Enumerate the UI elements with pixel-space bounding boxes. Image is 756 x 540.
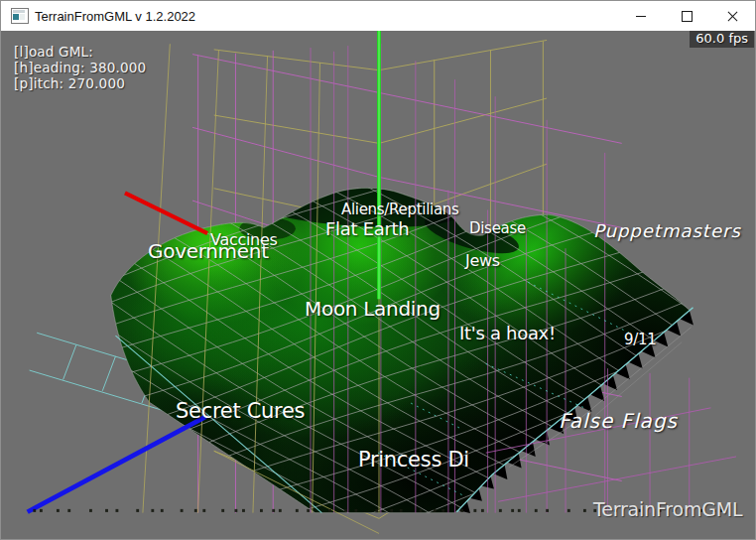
maximize-button[interactable] [664,1,709,31]
app-icon-detail [13,10,25,13]
fps-counter: 60.0 fps [690,31,754,48]
hud-heading-line: [h]eading: 380.000 [14,60,146,75]
window-titlebar[interactable]: TerrainFromGML v 1.2.2022 [1,1,755,31]
minimize-button[interactable] [618,1,664,31]
app-icon-detail [13,14,19,20]
viewport-3d[interactable]: [l]oad GML: [h]eading: 380.000 [p]itch: … [1,31,756,540]
window-controls [618,1,755,31]
hud-load-line: [l]oad GML: [14,44,146,60]
watermark: TerrainFromGML [593,498,742,520]
close-icon [726,10,739,23]
minimize-icon [636,16,646,17]
app-icon-detail [20,14,25,20]
window-title: TerrainFromGML v 1.2.2022 [35,9,195,24]
terrain-scene [1,31,756,540]
hud-pitch-line: [p]itch: 270.000 [14,75,146,91]
app-window: TerrainFromGML v 1.2.2022 [0,0,756,540]
hud-overlay: [l]oad GML: [h]eading: 380.000 [p]itch: … [14,44,146,91]
maximize-icon [682,11,693,22]
app-icon[interactable] [11,8,29,24]
close-button[interactable] [709,1,755,31]
